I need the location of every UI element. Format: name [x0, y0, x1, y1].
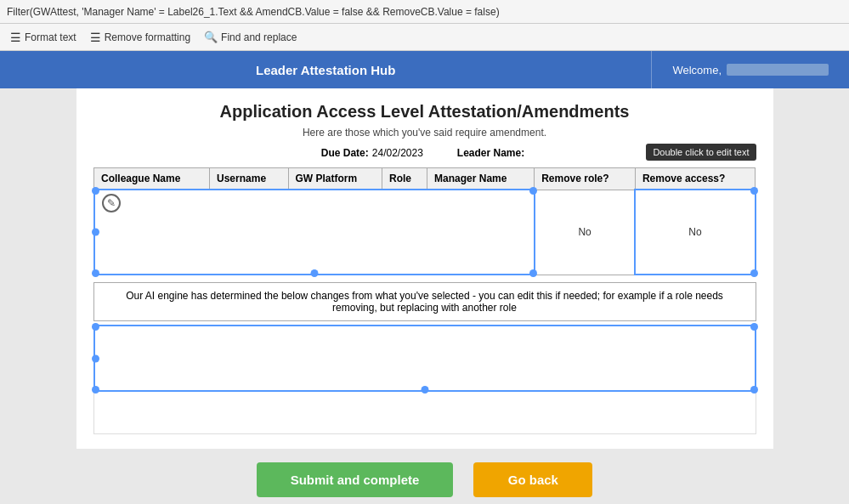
extra-white-area	[93, 392, 756, 434]
formula-bar: Filter(GWAttest, 'Manager Name' = Label2…	[0, 0, 849, 24]
format-text-button[interactable]: ☰ Format text	[10, 31, 76, 44]
app-title: Leader Attestation Hub	[0, 51, 651, 88]
search-icon: 🔍	[204, 31, 218, 43]
back-button[interactable]: Go back	[473, 462, 592, 497]
find-replace-label: Find and replace	[221, 31, 297, 43]
handle-bottom-center	[310, 269, 318, 277]
header-nav: Leader Attestation Hub Welcome,	[0, 51, 849, 88]
leader-name-label: Leader Name:	[457, 147, 524, 159]
data-table: Colleague Name Username GW Platform Role…	[93, 167, 756, 275]
format-text-icon: ☰	[10, 31, 21, 44]
remove-formatting-label: Remove formatting	[105, 31, 190, 43]
handle-left-center	[92, 229, 99, 236]
textarea-handle-bottom-left	[92, 386, 99, 394]
colleague-name-cell[interactable]: ✎	[94, 190, 535, 275]
handle-bottom-right	[529, 269, 537, 277]
page-title: Application Access Level Attestation/Ame…	[93, 102, 756, 122]
ai-message: Our AI engine has determined the below c…	[93, 282, 756, 321]
textarea-handle-top-left	[92, 323, 99, 331]
remove-role-cell: No	[535, 190, 636, 275]
submit-button[interactable]: Submit and complete	[257, 462, 454, 497]
table-row: ✎ No No	[94, 190, 756, 275]
remove-access-cell: No	[635, 190, 755, 275]
formula-text: Filter(GWAttest, 'Manager Name' = Label2…	[7, 6, 500, 18]
handle-access-top-right	[750, 187, 758, 195]
due-date-item: Due Date: 24/02/2023	[321, 147, 423, 159]
welcome-block: Welcome,	[672, 64, 829, 76]
page-subtitle: Here are those which you've said require…	[93, 127, 756, 139]
textarea-handle-left-center	[92, 354, 99, 362]
welcome-label: Welcome,	[672, 64, 722, 76]
remove-formatting-button[interactable]: ☰ Remove formatting	[90, 31, 190, 44]
toolbar: ☰ Format text ☰ Remove formatting 🔍 Find…	[0, 24, 849, 51]
col-remove-role: Remove role?	[535, 168, 636, 190]
handle-bottom-left	[92, 269, 99, 277]
amendment-textarea[interactable]	[95, 326, 755, 388]
table-header-row: Colleague Name Username GW Platform Role…	[94, 168, 756, 190]
format-text-label: Format text	[25, 31, 76, 43]
due-date-value: 24/02/2023	[372, 147, 423, 159]
ai-message-text: Our AI engine has determined the below c…	[126, 290, 723, 314]
remove-formatting-icon: ☰	[90, 31, 101, 44]
app-area: Leader Attestation Hub Welcome, Applicat…	[0, 51, 849, 504]
welcome-section: Welcome,	[651, 51, 849, 88]
due-date-label: Due Date:	[321, 147, 369, 159]
remove-access-value: No	[688, 226, 701, 238]
col-role: Role	[382, 168, 427, 190]
handle-top-left	[92, 187, 99, 195]
textarea-handle-bottom-right	[750, 386, 758, 394]
leader-name-item: Leader Name:	[457, 147, 528, 159]
remove-role-value: No	[578, 226, 591, 238]
main-content: Application Access Level Attestation/Ame…	[76, 88, 773, 449]
textarea-handle-top-right	[750, 323, 758, 331]
col-gw-platform: GW Platform	[288, 168, 382, 190]
buttons-row: Submit and complete Go back	[0, 449, 849, 504]
col-manager-name: Manager Name	[427, 168, 535, 190]
textarea-handle-bottom-center	[421, 386, 428, 394]
tooltip-box: Double click to edit text	[646, 144, 756, 161]
handle-access-bottom-right	[750, 269, 758, 277]
amendment-textarea-container	[93, 325, 756, 392]
col-remove-access: Remove access?	[635, 168, 755, 190]
meta-row: Due Date: 24/02/2023 Leader Name: Double…	[93, 147, 756, 159]
user-name-redacted	[727, 64, 829, 76]
edit-icon[interactable]: ✎	[102, 194, 121, 212]
col-colleague-name: Colleague Name	[94, 168, 210, 190]
col-username: Username	[210, 168, 288, 190]
find-replace-button[interactable]: 🔍 Find and replace	[204, 31, 297, 43]
handle-top-right	[529, 187, 537, 195]
